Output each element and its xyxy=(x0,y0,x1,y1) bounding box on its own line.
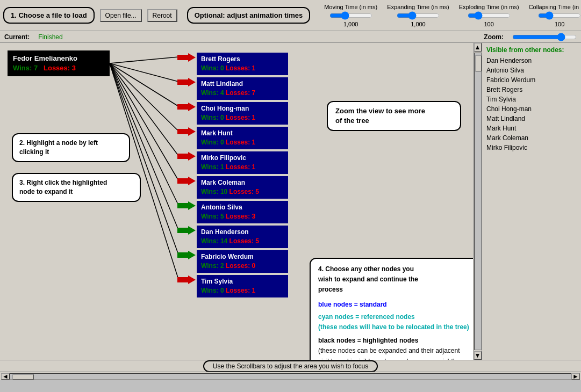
tree-node-8[interactable]: Fabricio Werdum Wins: 2 Losses: 0 xyxy=(197,250,288,273)
root-wins-val: 7 xyxy=(34,64,38,72)
svg-line-5 xyxy=(110,63,178,180)
black-nodes-label: black nodes = highlighted nodes(these no… xyxy=(318,336,473,360)
arrow-1 xyxy=(177,77,196,87)
zoom-slider[interactable] xyxy=(512,33,577,41)
svg-marker-18 xyxy=(177,251,196,259)
v-scrollbar-track[interactable] xyxy=(474,53,482,350)
tree-node-stats-3: Wins: 0 Losses: 1 xyxy=(201,138,284,147)
right-panel-title: Visible from other nodes: xyxy=(486,46,577,54)
open-file-button[interactable]: Open file... xyxy=(100,9,142,22)
arrow-2 xyxy=(177,102,196,112)
moving-time-slider[interactable] xyxy=(329,11,372,20)
collapsing-time-group: Collapsing Time (in ms) 100 xyxy=(529,4,581,27)
right-panel-item-8: Mark Coleman xyxy=(486,133,577,143)
right-panel-item-5: Choi Hong-man xyxy=(486,104,577,114)
current-value: Finished xyxy=(38,33,62,41)
blue-nodes-label: blue nodes = standard xyxy=(318,300,473,310)
tree-node-name-5: Mark Coleman xyxy=(201,178,284,187)
collapsing-time-slider[interactable] xyxy=(538,11,581,20)
tree-node-name-3: Mark Hunt xyxy=(201,129,284,138)
root-losses-val: 3 xyxy=(72,64,76,72)
svg-line-9 xyxy=(110,63,178,279)
tree-node-stats-6: Wins: 5 Losses: 3 xyxy=(201,212,284,221)
h-scrollbar-thumb[interactable] xyxy=(12,374,34,380)
arrow-9 xyxy=(177,275,196,285)
right-panel-item-4: Tim Sylvia xyxy=(486,95,577,104)
tree-node-2[interactable]: Choi Hong-man Wins: 0 Losses: 1 xyxy=(197,102,288,125)
tree-node-name-7: Dan Henderson xyxy=(201,228,284,237)
step3-bubble: 3. Right click the highlightednode to ex… xyxy=(12,173,141,202)
svg-marker-13 xyxy=(177,127,196,136)
info-bubble: 4. Choose any other nodes youwish to exp… xyxy=(310,258,473,360)
tree-node-5[interactable]: Mark Coleman Wins: 10 Losses: 5 xyxy=(197,176,288,199)
exploding-time-val: 100 xyxy=(484,21,494,27)
tree-node-stats-2: Wins: 0 Losses: 1 xyxy=(201,113,284,122)
tree-node-name-9: Tim Sylvia xyxy=(201,277,284,286)
arrow-6 xyxy=(177,201,196,210)
tree-node-stats-8: Wins: 2 Losses: 0 xyxy=(201,262,284,271)
arrow-0 xyxy=(177,53,196,62)
svg-line-3 xyxy=(110,63,178,131)
canvas-area: Fedor Emelianenko Wins: 7 Losses: 3 2. H… xyxy=(0,43,473,360)
right-panel-item-6: Matt Lindland xyxy=(486,114,577,124)
svg-marker-16 xyxy=(177,201,196,210)
tree-node-name-8: Fabricio Werdum xyxy=(201,252,284,262)
horizontal-scrollbar[interactable]: ◄ ► xyxy=(0,372,581,380)
tree-node-name-4: Mirko Filipovic xyxy=(201,154,284,163)
root-losses-label: Losses: xyxy=(44,64,72,72)
right-panel-item-1: Antonio Silva xyxy=(486,66,577,75)
svg-line-0 xyxy=(110,57,178,63)
moving-time-label: Moving Time (in ms) xyxy=(324,4,377,10)
exploding-time-slider[interactable] xyxy=(468,11,511,20)
tree-node-stats-9: Wins: 0 Losses: 1 xyxy=(201,286,284,295)
tree-node-0[interactable]: Brett Rogers Wins: 0 Losses: 1 xyxy=(197,53,288,75)
right-panel: Visible from other nodes: Dan HendersonA… xyxy=(482,43,581,360)
tree-node-stats-0: Wins: 0 Losses: 1 xyxy=(201,64,284,73)
tree-node-name-2: Choi Hong-man xyxy=(201,104,284,113)
svg-marker-14 xyxy=(177,152,196,161)
step1-label: 1. Choose a file to load xyxy=(3,7,95,24)
tree-node-6[interactable]: Antonio Silva Wins: 5 Losses: 3 xyxy=(197,201,288,223)
cyan-nodes-label: cyan nodes = referenced nodes(these node… xyxy=(318,312,473,332)
arrow-3 xyxy=(177,127,196,136)
tree-node-3[interactable]: Mark Hunt Wins: 0 Losses: 1 xyxy=(197,127,288,149)
expanding-time-val: 1,000 xyxy=(411,21,426,27)
scrollbar-hint: Use the Scrollbars to adjust the area yo… xyxy=(203,360,378,372)
v-scrollbar-thumb[interactable] xyxy=(475,55,482,71)
tree-node-9[interactable]: Tim Sylvia Wins: 0 Losses: 1 xyxy=(197,275,288,297)
root-node-name: Fedor Emelianenko xyxy=(13,54,104,63)
root-node[interactable]: Fedor Emelianenko Wins: 7 Losses: 3 xyxy=(8,50,110,76)
step4-title: 4. Choose any other nodes youwish to exp… xyxy=(318,264,473,295)
svg-marker-15 xyxy=(177,177,196,185)
right-panel-item-3: Brett Rogers xyxy=(486,85,577,95)
tree-node-stats-1: Wins: 4 Losses: 7 xyxy=(201,89,284,98)
arrow-5 xyxy=(177,176,196,186)
exploding-time-label: Exploding Time (in ms) xyxy=(459,4,519,10)
collapsing-time-label: Collapsing Time (in ms) xyxy=(529,4,581,10)
right-panel-item-7: Mark Hunt xyxy=(486,124,577,133)
tree-node-4[interactable]: Mirko Filipovic Wins: 1 Losses: 1 xyxy=(197,151,288,174)
moving-time-group: Moving Time (in ms) 1,000 xyxy=(324,4,377,27)
step2-bubble: 2. Highlight a node by leftclicking it xyxy=(12,133,130,162)
tree-node-1[interactable]: Matt Lindland Wins: 4 Losses: 7 xyxy=(197,77,288,100)
tree-node-stats-5: Wins: 10 Losses: 5 xyxy=(201,187,284,197)
root-wins-label: Wins: xyxy=(13,64,34,72)
arrow-8 xyxy=(177,250,196,260)
arrow-4 xyxy=(177,151,196,161)
right-panel-item-2: Fabricio Werdum xyxy=(486,75,577,85)
reroot-button[interactable]: Reroot xyxy=(147,9,177,22)
tree-node-name-1: Matt Lindland xyxy=(201,79,284,89)
tree-node-name-6: Antonio Silva xyxy=(201,203,284,212)
tree-node-stats-7: Wins: 14 Losses: 5 xyxy=(201,237,284,246)
zoom-bubble: Zoom the view to see moreof the tree xyxy=(327,101,461,131)
tree-node-name-0: Brett Rogers xyxy=(201,55,284,64)
vertical-scrollbar[interactable]: ▲ ▼ xyxy=(473,43,482,360)
h-scrollbar-track[interactable] xyxy=(10,373,571,380)
svg-line-1 xyxy=(110,63,178,82)
tree-node-stats-4: Wins: 1 Losses: 1 xyxy=(201,163,284,172)
expanding-time-slider[interactable] xyxy=(397,11,440,20)
tree-node-7[interactable]: Dan Henderson Wins: 14 Losses: 5 xyxy=(197,226,288,248)
expanding-time-group: Expanding Time (in ms) 1,000 xyxy=(387,4,449,27)
right-panel-item-0: Dan Henderson xyxy=(486,56,577,66)
right-panel-item-9: Mirko Filipovic xyxy=(486,143,577,153)
